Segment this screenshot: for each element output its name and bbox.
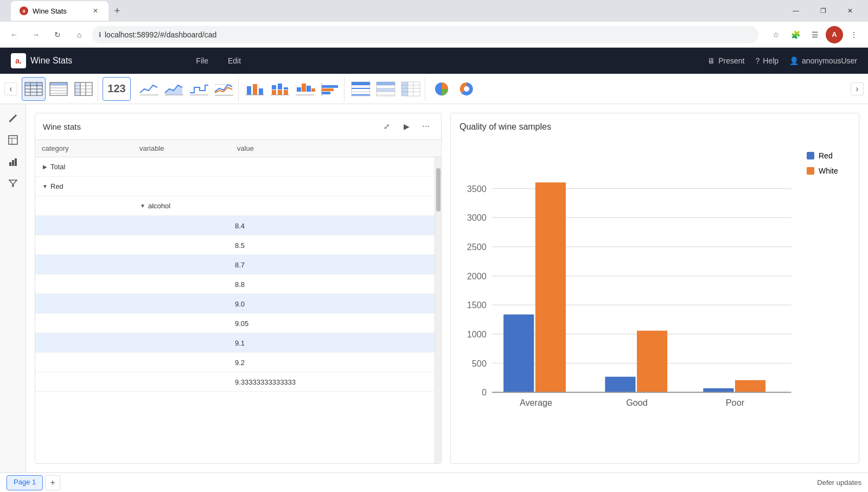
table-alt-section: [347, 77, 425, 101]
profile-menu-button[interactable]: ☰: [806, 26, 824, 43]
table-type-3-button[interactable]: [72, 77, 95, 101]
svg-rect-34: [284, 87, 288, 90]
legend-dot-red: [807, 152, 814, 159]
legend-dot-white: [807, 167, 814, 175]
new-tab-button[interactable]: +: [108, 2, 126, 20]
table-row[interactable]: 8.8: [35, 274, 435, 294]
maximize-button[interactable]: ❐: [810, 2, 835, 20]
forward-button[interactable]: →: [27, 26, 44, 43]
play-button[interactable]: ▶: [399, 119, 414, 134]
svg-rect-71: [9, 162, 11, 166]
bar-chart-4-button[interactable]: [318, 77, 342, 101]
bar-chart-1-button[interactable]: [243, 77, 267, 101]
table-row[interactable]: 9.33333333333333: [35, 372, 435, 392]
svg-rect-59: [401, 82, 408, 96]
fullscreen-button[interactable]: ⤢: [379, 119, 394, 134]
table-row[interactable]: 9.0: [35, 294, 435, 314]
bar-good-white: [637, 331, 667, 393]
add-page-button[interactable]: +: [45, 475, 60, 490]
home-button[interactable]: ⌂: [71, 26, 88, 43]
table-type-1-button[interactable]: [22, 77, 46, 101]
app-container: a. Wine Stats File Edit 🖥 Present ? Help…: [0, 48, 868, 492]
table-type-2-button[interactable]: [47, 77, 71, 101]
present-icon: 🖥: [707, 56, 715, 65]
user-profile-button[interactable]: A: [826, 26, 843, 43]
bookmark-button[interactable]: ☆: [767, 26, 784, 43]
svg-rect-31: [272, 90, 276, 95]
line-chart-1-button[interactable]: [137, 77, 161, 101]
table-alt-3-button[interactable]: [399, 77, 423, 101]
svg-rect-44: [322, 92, 330, 94]
svg-rect-0: [25, 82, 42, 86]
row-value: 8.7: [235, 261, 245, 269]
legend-item-red: Red: [807, 151, 850, 160]
browser-actions: ☆ 🧩 ☰ A ⋮: [767, 26, 863, 43]
svg-text:Good: Good: [626, 398, 648, 407]
table-row[interactable]: ▼ alcohol: [35, 196, 435, 216]
extensions-button[interactable]: 🧩: [787, 26, 804, 43]
table-row[interactable]: 9.05: [35, 314, 435, 333]
pie-chart-2-button[interactable]: [455, 77, 478, 101]
table-row[interactable]: ▼ Red: [35, 177, 435, 196]
page-tab-1[interactable]: Page 1: [7, 475, 43, 490]
table-scrollbar[interactable]: [435, 157, 441, 463]
svg-text:3000: 3000: [467, 213, 487, 222]
sidebar-table-icon[interactable]: [3, 130, 23, 150]
close-button[interactable]: ✕: [838, 2, 863, 20]
sidebar-chart-icon[interactable]: [3, 152, 23, 171]
more-options-button[interactable]: ⋯: [418, 119, 433, 134]
table-container: category variable value ▶ Total: [35, 140, 441, 463]
user-menu[interactable]: 👤 anonymousUser: [789, 56, 857, 65]
row-toggle[interactable]: ▼: [137, 201, 148, 212]
number-format-button[interactable]: 123: [103, 77, 131, 101]
legend-item-white: White: [807, 167, 850, 175]
pie-chart-1-button[interactable]: [430, 77, 454, 101]
bar-chart-2-button[interactable]: [268, 77, 292, 101]
app-header: a. Wine Stats File Edit 🖥 Present ? Help…: [0, 48, 868, 74]
line-chart-2-button[interactable]: [162, 77, 186, 101]
line-chart-section: [135, 77, 239, 101]
table-alt-1-button[interactable]: [349, 77, 373, 101]
help-label: Help: [763, 56, 778, 65]
table-row[interactable]: ▶ Total: [35, 157, 435, 177]
browser-tab[interactable]: a Wine Stats ✕: [11, 1, 108, 21]
col-header-variable: variable: [133, 140, 231, 157]
row-value: 8.5: [235, 241, 245, 250]
toolbar-next-button[interactable]: ›: [851, 82, 864, 95]
scrollbar-thumb[interactable]: [436, 168, 441, 212]
defer-updates-button[interactable]: Defer updates: [817, 478, 861, 487]
edit-menu[interactable]: Edit: [224, 54, 245, 67]
present-button[interactable]: 🖥 Present: [707, 56, 744, 65]
reload-button[interactable]: ↻: [49, 26, 66, 43]
svg-rect-28: [259, 88, 263, 95]
row-toggle[interactable]: ▶: [40, 162, 50, 172]
file-menu[interactable]: File: [192, 54, 213, 67]
svg-rect-7: [50, 82, 67, 85]
svg-rect-43: [322, 88, 334, 91]
toolbar-prev-button[interactable]: ‹: [4, 82, 17, 95]
settings-button[interactable]: ⋮: [845, 26, 863, 43]
row-toggle[interactable]: ▼: [40, 181, 50, 192]
table-row[interactable]: 9.2: [35, 353, 435, 372]
line-chart-4-button[interactable]: [212, 77, 236, 101]
minimize-button[interactable]: —: [783, 2, 808, 20]
svg-rect-68: [9, 136, 17, 144]
table-alt-2-button[interactable]: [374, 77, 398, 101]
url-bar[interactable]: ℹ localhost:58992/#/dashboard/cad: [92, 26, 758, 43]
row-label: alcohol: [148, 202, 170, 210]
tab-close-button[interactable]: ✕: [91, 7, 100, 15]
table-row[interactable]: 8.5: [35, 235, 435, 255]
sidebar-edit-icon[interactable]: [3, 108, 23, 128]
line-chart-3-button[interactable]: [187, 77, 211, 101]
svg-text:0: 0: [482, 387, 487, 397]
help-button[interactable]: ? Help: [755, 56, 778, 65]
svg-text:2500: 2500: [467, 242, 487, 252]
page-tabs: Page 1 +: [7, 475, 60, 490]
table-row[interactable]: 8.4: [35, 216, 435, 235]
bar-chart-3-button[interactable]: [293, 77, 317, 101]
sidebar-filter-icon[interactable]: [3, 174, 23, 193]
table-row[interactable]: 9.1: [35, 333, 435, 353]
back-button[interactable]: ←: [5, 26, 23, 43]
svg-rect-38: [302, 84, 306, 92]
table-row[interactable]: 8.7: [35, 255, 435, 274]
